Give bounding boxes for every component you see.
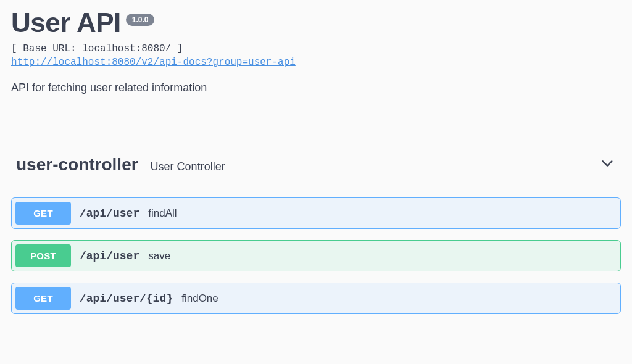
operation-summary: save: [148, 250, 170, 262]
api-description: API for fetching user related informatio…: [11, 81, 621, 94]
tag-header[interactable]: user-controller User Controller: [11, 155, 621, 186]
operation-summary: findAll: [148, 207, 177, 220]
operation-summary: findOne: [181, 292, 218, 305]
chevron-down-icon: [599, 155, 616, 172]
operation-path: /api/user: [80, 250, 139, 262]
http-method-badge: GET: [15, 287, 71, 310]
operations-list: GET /api/user findAll POST /api/user sav…: [11, 186, 621, 314]
tag-name: user-controller: [16, 155, 138, 175]
tag-description: User Controller: [151, 160, 225, 173]
http-method-badge: POST: [15, 244, 71, 267]
operation-row[interactable]: GET /api/user/{id} findOne: [11, 283, 621, 314]
operation-path: /api/user: [80, 207, 139, 220]
http-method-badge: GET: [15, 202, 71, 225]
base-url-label: [ Base URL: localhost:8080/ ]: [11, 43, 621, 54]
api-docs-link[interactable]: http://localhost:8080/v2/api-docs?group=…: [11, 57, 296, 68]
operation-row[interactable]: GET /api/user findAll: [11, 197, 621, 229]
api-header: User API 1.0.0 [ Base URL: localhost:808…: [11, 0, 621, 94]
tag-section: user-controller User Controller GET /api…: [11, 155, 621, 314]
version-badge: 1.0.0: [126, 14, 155, 26]
api-title: User API: [11, 7, 121, 38]
operation-row[interactable]: POST /api/user save: [11, 240, 621, 271]
operation-path: /api/user/{id}: [80, 292, 173, 305]
